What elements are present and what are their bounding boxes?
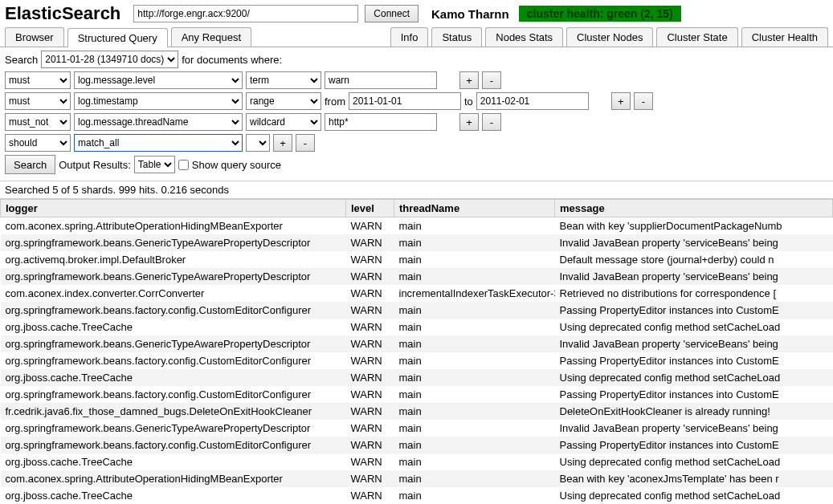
cell-message: Passing PropertyEditor instances into Cu…: [555, 386, 833, 403]
value-input[interactable]: [325, 113, 437, 131]
cell-message: Passing PropertyEditor instances into Cu…: [555, 437, 833, 453]
cell-logger: org.springframework.beans.GenericTypeAwa…: [1, 234, 346, 251]
cell-message: Invalid JavaBean property 'serviceBeans'…: [555, 335, 833, 352]
cell-threadName: main: [394, 453, 555, 470]
cell-level: WARN: [346, 285, 394, 302]
to-input[interactable]: [476, 92, 589, 110]
table-row[interactable]: org.springframework.beans.factory.config…: [1, 386, 833, 403]
cell-level: WARN: [346, 268, 394, 285]
table-row[interactable]: org.jboss.cache.TreeCacheWARNmainUsing d…: [1, 319, 833, 335]
tab-cluster-nodes[interactable]: Cluster Nodes: [566, 27, 653, 47]
column-header-logger[interactable]: logger: [1, 200, 346, 217]
cell-level: WARN: [346, 251, 394, 268]
cell-logger: com.aconex.spring.AttributeOperationHidi…: [1, 217, 346, 235]
cell-threadName: incrementalIndexerTaskExecutor-3: [394, 285, 555, 302]
tab-info[interactable]: Info: [390, 27, 429, 47]
cell-message: DeleteOnExitHookCleaner is already runni…: [555, 403, 833, 420]
table-row[interactable]: org.springframework.beans.factory.config…: [1, 302, 833, 319]
from-input[interactable]: [349, 92, 461, 110]
table-row[interactable]: org.springframework.beans.GenericTypeAwa…: [1, 268, 833, 285]
app-logo: ElasticSearch: [5, 3, 127, 24]
tab-cluster-state[interactable]: Cluster State: [656, 27, 737, 47]
cell-message: Using deprecated config method setCacheL…: [555, 369, 833, 386]
table-row[interactable]: org.springframework.beans.GenericTypeAwa…: [1, 420, 833, 437]
search-label: Search: [5, 54, 38, 66]
tab-any-request[interactable]: Any Request: [171, 27, 251, 47]
field-select[interactable]: log.timestamp: [74, 92, 243, 110]
table-row[interactable]: org.springframework.beans.factory.config…: [1, 352, 833, 369]
field-select[interactable]: log.message.level: [74, 71, 243, 89]
add-clause-button[interactable]: +: [611, 92, 631, 110]
field-select[interactable]: log.message.threadName: [74, 113, 243, 131]
table-row[interactable]: org.springframework.beans.factory.config…: [1, 437, 833, 453]
tab-nodes-stats[interactable]: Nodes Stats: [485, 27, 563, 47]
show-query-source-checkbox[interactable]: [178, 160, 189, 170]
remove-clause-button[interactable]: -: [482, 113, 501, 131]
cluster-url-input[interactable]: [133, 5, 358, 22]
search-button[interactable]: Search: [5, 155, 55, 174]
column-header-message[interactable]: message: [555, 200, 833, 217]
cell-logger: org.jboss.cache.TreeCache: [1, 453, 346, 470]
value-input[interactable]: [325, 71, 437, 89]
empty-select[interactable]: [246, 134, 270, 152]
tab-status[interactable]: Status: [431, 27, 482, 47]
cell-logger: com.aconex.spring.AttributeOperationHidi…: [1, 470, 346, 487]
cell-logger: org.jboss.cache.TreeCache: [1, 487, 346, 504]
table-row[interactable]: org.jboss.cache.TreeCacheWARNmainUsing d…: [1, 369, 833, 386]
cell-threadName: main: [394, 217, 555, 235]
results-summary: Searched 5 of 5 shards. 999 hits. 0.216 …: [0, 181, 833, 198]
cell-threadName: main: [394, 335, 555, 352]
remove-clause-button[interactable]: -: [296, 134, 315, 152]
cell-message: Default message store (journal+derby) co…: [555, 251, 833, 268]
add-clause-button[interactable]: +: [459, 113, 479, 131]
cell-logger: fr.cedrik.java6.fix_those_damned_bugs.De…: [1, 403, 346, 420]
cell-threadName: main: [394, 352, 555, 369]
tab-browser[interactable]: Browser: [5, 27, 64, 47]
tab-cluster-health[interactable]: Cluster Health: [741, 27, 828, 47]
cell-logger: org.springframework.beans.factory.config…: [1, 352, 346, 369]
connect-button[interactable]: Connect: [365, 5, 419, 22]
table-row[interactable]: org.jboss.cache.TreeCacheWARNmainUsing d…: [1, 487, 833, 504]
cell-logger: org.jboss.cache.TreeCache: [1, 319, 346, 335]
column-header-level[interactable]: level: [346, 200, 394, 217]
table-row[interactable]: org.springframework.beans.GenericTypeAwa…: [1, 335, 833, 352]
cell-level: WARN: [346, 319, 394, 335]
cell-message: Using deprecated config method setCacheL…: [555, 319, 833, 335]
bool-select[interactable]: must: [5, 71, 71, 89]
remove-clause-button[interactable]: -: [482, 71, 501, 89]
field-select[interactable]: match_all: [74, 134, 243, 152]
op-select[interactable]: term: [246, 71, 321, 89]
table-row[interactable]: fr.cedrik.java6.fix_those_damned_bugs.De…: [1, 403, 833, 420]
op-select[interactable]: range: [246, 92, 321, 110]
table-row[interactable]: com.aconex.index.converter.CorrConverter…: [1, 285, 833, 302]
output-results-label: Output Results:: [59, 159, 131, 171]
add-clause-button[interactable]: +: [459, 71, 479, 89]
table-row[interactable]: com.aconex.spring.AttributeOperationHidi…: [1, 470, 833, 487]
cell-logger: org.springframework.beans.factory.config…: [1, 437, 346, 453]
bool-select[interactable]: must: [5, 92, 71, 110]
for-documents-label: for documents where:: [182, 54, 282, 66]
bool-select[interactable]: must_not: [5, 113, 71, 131]
cell-message: Bean with key 'aconexJmsTemplate' has be…: [555, 470, 833, 487]
cell-threadName: main: [394, 386, 555, 403]
remove-clause-button[interactable]: -: [634, 92, 653, 110]
tab-structured-query[interactable]: Structured Query: [67, 28, 168, 47]
table-row[interactable]: org.jboss.cache.TreeCacheWARNmainUsing d…: [1, 453, 833, 470]
cell-level: WARN: [346, 217, 394, 235]
cell-threadName: main: [394, 319, 555, 335]
table-row[interactable]: org.springframework.beans.GenericTypeAwa…: [1, 234, 833, 251]
op-select[interactable]: wildcard: [246, 113, 321, 131]
column-header-threadName[interactable]: threadName: [394, 200, 555, 217]
table-row[interactable]: org.activemq.broker.impl.DefaultBrokerWA…: [1, 251, 833, 268]
output-format-select[interactable]: Table: [134, 156, 175, 173]
cell-threadName: main: [394, 369, 555, 386]
cell-threadName: main: [394, 302, 555, 319]
add-clause-button[interactable]: +: [273, 134, 292, 152]
index-select[interactable]: 2011-01-28 (1349710 docs): [41, 51, 178, 68]
table-row[interactable]: com.aconex.spring.AttributeOperationHidi…: [1, 217, 833, 235]
cell-message: Invalid JavaBean property 'serviceBeans'…: [555, 234, 833, 251]
cell-logger: org.jboss.cache.TreeCache: [1, 369, 346, 386]
cell-level: WARN: [346, 487, 394, 504]
bool-select[interactable]: should: [5, 134, 71, 152]
cell-threadName: main: [394, 251, 555, 268]
